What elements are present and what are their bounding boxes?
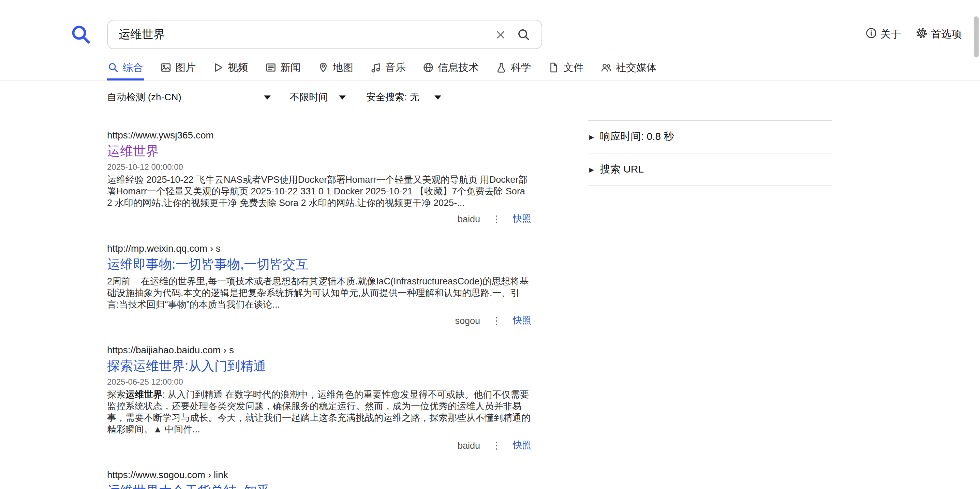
tab-science[interactable]: 科学 (495, 60, 532, 80)
result-title-link[interactable]: 运维世界 (107, 143, 159, 160)
search-result: https://www.sogou.com › link 运维世界大会干货总结_… (107, 469, 531, 489)
search-box (107, 20, 542, 49)
image-icon (160, 62, 171, 73)
tab-label: 新闻 (280, 61, 301, 74)
result-snippet: 2周前 – 在运维的世界里,每一项技术或者思想都有其逻辑本质.就像IaC(Inf… (107, 276, 531, 310)
clear-icon[interactable] (492, 26, 509, 43)
result-footer: baidu ⋮ 快照 (107, 439, 531, 451)
tab-music[interactable]: 音乐 (370, 60, 406, 80)
map-pin-icon (318, 62, 329, 73)
tab-label: 综合 (123, 61, 143, 74)
result-snippet: 探索运维世界: 从入门到精通 在数字时代的浪潮中，运维角色的重要性愈发显得不可或… (107, 389, 531, 435)
info-sidebar: ▶ 响应时间: 0.8 秒 ▶ 搜索 URL (588, 120, 832, 186)
search-result: https://baijiahao.baidu.com › s 探索运维世界:从… (107, 344, 531, 451)
result-url[interactable]: http://mp.weixin.qq.com › s (107, 243, 531, 254)
preferences-label: 首选项 (931, 28, 962, 41)
result-cache-link[interactable]: 快照 (513, 314, 531, 327)
search-submit-icon[interactable] (514, 25, 533, 44)
tab-files[interactable]: 文件 (547, 60, 584, 80)
result-menu-icon[interactable]: ⋮ (490, 213, 503, 225)
category-tabs: 综合 图片 视频 新闻 (107, 60, 673, 80)
result-engine-label: baidu (458, 214, 480, 224)
result-cache-link[interactable]: 快照 (513, 439, 531, 451)
flask-icon (496, 62, 507, 73)
chevron-down-icon (434, 96, 441, 100)
result-title-link[interactable]: 运维世界大会干货总结_知乎 (107, 482, 270, 489)
time-range-select[interactable]: 不限时间 (290, 91, 346, 104)
tab-label: 社交媒体 (616, 61, 657, 74)
search-input[interactable] (119, 28, 492, 41)
tab-label: 视频 (228, 61, 248, 74)
collapsed-triangle-icon: ▶ (589, 166, 594, 173)
search-url-label: 搜索 URL (600, 163, 644, 176)
response-time-label: 响应时间: 0.8 秒 (600, 130, 674, 143)
gear-icon (916, 27, 928, 41)
music-note-icon (370, 62, 381, 73)
video-icon (213, 62, 224, 73)
time-range-value: 不限时间 (290, 91, 328, 104)
search-results-page: 关于 首选项 综合 图片 (0, 0, 980, 489)
tab-images[interactable]: 图片 (159, 60, 196, 80)
result-date: 2025-06-25 12:00:00 (107, 377, 531, 387)
tab-it[interactable]: 信息技术 (422, 60, 479, 80)
result-footer: sogou ⋮ 快照 (107, 314, 531, 327)
result-url[interactable]: https://www.ywsj365.com (107, 130, 531, 140)
safesearch-value: 安全搜索: 无 (366, 91, 419, 104)
tab-map[interactable]: 地图 (317, 60, 354, 80)
document-icon (548, 62, 559, 73)
search-result: https://www.ywsj365.com 运维世界 2025-10-12 … (107, 130, 531, 225)
tab-label: 信息技术 (438, 61, 479, 74)
tab-label: 地图 (333, 61, 353, 74)
collapsed-triangle-icon: ▶ (589, 133, 594, 140)
chevron-down-icon (264, 96, 271, 100)
tab-general[interactable]: 综合 (107, 60, 144, 80)
language-select[interactable]: 自动检测 (zh-CN) (107, 91, 271, 104)
safesearch-select[interactable]: 安全搜索: 无 (366, 91, 441, 104)
tabs-divider (0, 80, 980, 81)
filters-bar: 自动检测 (zh-CN) 不限时间 安全搜索: 无 (107, 91, 441, 104)
result-snippet: 运维经验 2025-10-22 飞牛云NAS或者VPS使用Docker部署Hom… (107, 174, 531, 209)
response-time-toggle[interactable]: ▶ 响应时间: 0.8 秒 (588, 120, 832, 153)
result-engine-label: baidu (458, 440, 480, 451)
about-label: 关于 (880, 28, 901, 41)
people-icon (601, 62, 612, 73)
tab-label: 图片 (175, 61, 196, 74)
result-url[interactable]: https://www.sogou.com › link (107, 469, 531, 480)
header-links: 关于 首选项 (865, 27, 962, 41)
about-link[interactable]: 关于 (865, 27, 901, 41)
tab-news[interactable]: 新闻 (265, 60, 301, 80)
tab-videos[interactable]: 视频 (212, 60, 249, 80)
search-result: http://mp.weixin.qq.com › s 运维即事物:一切皆事物,… (107, 243, 531, 327)
tab-label: 科学 (511, 61, 531, 74)
news-icon (265, 62, 276, 73)
result-url[interactable]: https://baijiahao.baidu.com › s (107, 344, 531, 355)
result-engine-label: sogou (455, 315, 480, 326)
language-value: 自动检测 (zh-CN) (107, 91, 181, 104)
result-menu-icon[interactable]: ⋮ (490, 315, 503, 326)
chevron-down-icon (339, 96, 346, 100)
result-cache-link[interactable]: 快照 (513, 213, 531, 225)
tab-social-media[interactable]: 社交媒体 (600, 60, 657, 80)
preferences-link[interactable]: 首选项 (916, 27, 962, 41)
result-date: 2025-10-12 00:00:00 (107, 162, 531, 172)
tab-label: 文件 (563, 61, 584, 74)
tab-label: 音乐 (385, 61, 406, 74)
results-list: https://www.ywsj365.com 运维世界 2025-10-12 … (107, 130, 531, 489)
result-title-link[interactable]: 运维即事物:一切皆事物,一切皆交互 (107, 256, 309, 274)
search-url-toggle[interactable]: ▶ 搜索 URL (588, 153, 832, 186)
result-title-link[interactable]: 探索运维世界:从入门到精通 (107, 357, 266, 375)
logo-magnifier-icon[interactable] (70, 24, 92, 46)
search-icon (108, 62, 119, 73)
result-footer: baidu ⋮ 快照 (107, 213, 531, 225)
globe-icon (423, 62, 434, 73)
result-menu-icon[interactable]: ⋮ (490, 440, 503, 451)
scrollbar-thumb[interactable] (974, 16, 978, 57)
info-icon (865, 27, 877, 41)
